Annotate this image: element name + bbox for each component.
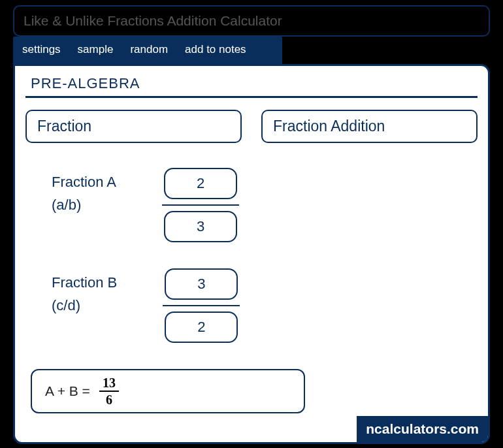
fraction-a-label: Fraction A (a/b) [52, 168, 116, 216]
menu-bar: settings sample random add to notes [13, 37, 282, 64]
fraction-b-denominator[interactable] [165, 312, 238, 343]
fraction-a-numerator[interactable] [164, 168, 237, 199]
result-fraction: 13 6 [99, 376, 119, 407]
main-panel: PRE-ALGEBRA Fraction Fraction Addition F… [13, 64, 490, 444]
dropdown-fraction[interactable]: Fraction [25, 110, 242, 143]
menu-sample[interactable]: sample [78, 43, 114, 56]
fraction-b-line [163, 305, 240, 306]
page-title: Like & Unlike Fractions Addition Calcula… [13, 5, 490, 37]
fraction-a-label-line2: (a/b) [52, 193, 116, 216]
dropdown-row: Fraction Fraction Addition [25, 110, 478, 143]
fraction-a-block: Fraction A (a/b) [52, 168, 478, 242]
fraction-b-label-line2: (c/d) [52, 294, 117, 317]
fraction-a-denominator[interactable] [164, 211, 237, 242]
result-denominator: 6 [106, 392, 112, 407]
result-fraction-line [99, 391, 119, 392]
fraction-b-block: Fraction B (c/d) [52, 268, 478, 343]
result-numerator: 13 [103, 376, 116, 390]
section-title: PRE-ALGEBRA [25, 75, 478, 98]
dropdown-fraction-addition[interactable]: Fraction Addition [261, 110, 478, 143]
fraction-a-line [162, 204, 239, 206]
menu-random[interactable]: random [130, 43, 168, 56]
fraction-a-inputs [162, 168, 239, 242]
result-label: A + B = [45, 383, 90, 399]
result-box: A + B = 13 6 [31, 369, 305, 413]
menu-add-to-notes[interactable]: add to notes [185, 43, 246, 56]
fraction-a-label-line1: Fraction A [52, 170, 116, 193]
menu-settings[interactable]: settings [22, 43, 61, 56]
fraction-b-label-line1: Fraction B [52, 271, 117, 294]
fraction-b-numerator[interactable] [165, 268, 238, 300]
brand-badge[interactable]: ncalculators.com [357, 416, 488, 442]
fraction-b-inputs [163, 268, 240, 343]
fraction-b-label: Fraction B (c/d) [52, 268, 117, 317]
